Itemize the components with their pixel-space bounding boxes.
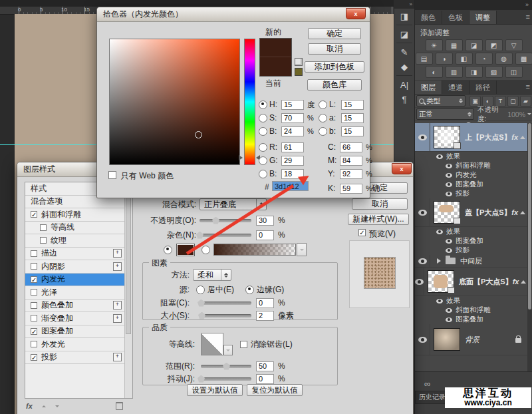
contour-picker-arrow-icon[interactable] <box>223 345 233 355</box>
effect-item-row[interactable]: 斜面和浮雕 <box>415 161 527 170</box>
tab-paths[interactable]: 路径 <box>469 81 497 94</box>
layer-thumbnail[interactable] <box>434 201 460 224</box>
expand-plus-icon[interactable]: + <box>113 249 122 258</box>
visibility-toggle[interactable] <box>415 198 430 226</box>
effect-item-row[interactable]: 投影 <box>415 189 527 198</box>
jitter-slider[interactable] <box>201 377 251 381</box>
collapse-panels-button[interactable]: » <box>415 0 532 10</box>
effect-item-row[interactable]: 图案叠加 <box>415 315 527 324</box>
move-up-icon[interactable] <box>42 405 46 407</box>
filter-shape-layers-icon[interactable]: ▢ <box>507 96 519 106</box>
color-field-cursor[interactable] <box>195 131 202 138</box>
style-item-内阴影[interactable]: 内阴影+ <box>25 260 132 274</box>
selective-color-icon[interactable]: ◫ <box>505 66 523 78</box>
value-field[interactable]: 59 <box>340 184 362 194</box>
slider-thumb[interactable] <box>212 217 219 224</box>
slider-thumb[interactable] <box>198 375 205 383</box>
checkbox-icon[interactable]: ✓ <box>31 354 37 361</box>
solid-color-radio[interactable] <box>164 246 172 254</box>
levels-icon[interactable]: ▦ <box>446 39 463 51</box>
effects-header-row[interactable]: 效果 <box>415 152 527 161</box>
style-item-外发光[interactable]: 外发光 <box>25 338 132 351</box>
vibrance-icon[interactable]: ▽ <box>505 39 523 51</box>
style-item-描边[interactable]: 描边+ <box>25 248 132 261</box>
expand-plus-icon[interactable]: + <box>113 262 122 271</box>
checkbox-icon[interactable]: ✓ <box>31 276 37 283</box>
expand-panels-button[interactable]: » <box>394 0 414 9</box>
saturation-brightness-field[interactable] <box>109 39 240 165</box>
value-field[interactable]: 24 <box>281 126 304 136</box>
layer-row[interactable]: 上【P大点S】fx <box>415 123 527 152</box>
glow-color-swatch[interactable] <box>176 244 195 256</box>
layer-group-row[interactable]: 中间层 <box>415 255 527 268</box>
brush-presets-panel-icon[interactable]: ◆ <box>394 59 414 74</box>
style-item-图案叠加[interactable]: ✓图案叠加 <box>25 325 132 339</box>
radio-icon[interactable] <box>319 127 327 136</box>
antialias-checkbox[interactable] <box>240 341 247 348</box>
visibility-eye-icon[interactable] <box>436 230 443 234</box>
styles-panel-icon[interactable]: ◪ <box>394 27 414 41</box>
expand-group-icon[interactable] <box>437 258 441 264</box>
fx-badge-icon[interactable]: fx <box>511 208 518 216</box>
style-item-投影[interactable]: ✓投影+ <box>25 351 132 365</box>
visibility-eye-icon[interactable] <box>446 182 452 187</box>
invert-icon[interactable]: ◐ <box>426 66 443 78</box>
value-field[interactable]: 18 <box>281 169 304 179</box>
contour-thumbnail[interactable] <box>201 333 223 355</box>
style-item-颜色叠加[interactable]: 颜色叠加+ <box>25 300 132 313</box>
checkbox-icon[interactable] <box>31 263 37 270</box>
brush-panel-icon[interactable]: ✎ <box>394 45 414 59</box>
brightness-contrast-icon[interactable]: ☀ <box>426 39 443 51</box>
cancel-button[interactable]: 取消 <box>352 198 408 210</box>
method-select[interactable]: 柔和 <box>193 269 231 281</box>
link-layers-icon[interactable]: ∞ <box>424 379 430 389</box>
radio-icon[interactable] <box>259 156 267 165</box>
visibility-toggle[interactable] <box>415 268 424 296</box>
black-white-icon[interactable]: ◧ <box>456 53 473 65</box>
checkbox-icon[interactable] <box>40 237 47 244</box>
visibility-eye-icon[interactable] <box>436 154 443 159</box>
layer-row[interactable]: 盖【P大点S】fx <box>415 198 527 227</box>
visibility-eye-icon[interactable] <box>446 192 452 196</box>
radio-icon[interactable] <box>319 114 327 122</box>
checkbox-icon[interactable] <box>31 315 37 321</box>
fx-icon[interactable]: fx <box>26 402 33 410</box>
tab-channels[interactable]: 通道 <box>442 81 469 94</box>
preview-checkbox[interactable]: ✓ <box>358 229 366 236</box>
visibility-eye-icon[interactable] <box>446 308 452 313</box>
panel-menu-icon[interactable]: ≡ <box>526 83 530 91</box>
visibility-toggle[interactable] <box>415 324 430 355</box>
effect-item-row[interactable]: 图案叠加 <box>415 180 527 189</box>
value-field[interactable]: 84 <box>340 156 362 166</box>
value-field[interactable]: 70 <box>281 113 304 123</box>
visibility-eye-icon[interactable] <box>436 299 443 304</box>
effects-header-row[interactable]: 效果 <box>415 296 527 306</box>
style-item-内发光[interactable]: ✓内发光 <box>25 274 132 287</box>
radio-icon[interactable] <box>319 101 327 109</box>
radio-icon[interactable] <box>259 101 267 109</box>
threshold-icon[interactable]: ◨ <box>466 66 483 78</box>
style-item-纹理[interactable]: 纹理 <box>25 234 132 248</box>
channel-mixer-icon[interactable]: ◍ <box>495 53 513 65</box>
close-icon[interactable]: x <box>346 8 366 19</box>
opacity-field[interactable]: 30 <box>256 216 274 226</box>
radio-icon[interactable] <box>259 143 267 152</box>
jitter-field[interactable]: 0 <box>256 374 274 384</box>
effect-item-row[interactable]: 内发光 <box>415 170 527 180</box>
fx-badge-icon[interactable]: fx <box>511 133 518 141</box>
tab-color[interactable]: 颜色 <box>415 11 442 24</box>
style-list-scrollbar[interactable] <box>124 182 132 398</box>
tab-layers[interactable]: 图层 <box>415 81 442 94</box>
expand-plus-icon[interactable]: + <box>113 353 122 361</box>
dropdown-arrow-icon[interactable] <box>527 113 531 115</box>
radio-icon[interactable] <box>259 127 267 136</box>
radio-icon[interactable] <box>259 170 267 178</box>
size-slider[interactable] <box>201 314 251 317</box>
checkbox-icon[interactable] <box>31 302 37 309</box>
layers-scrollbar[interactable] <box>527 123 532 371</box>
exposure-icon[interactable]: ◩ <box>485 39 503 51</box>
photo-filter-icon[interactable]: ◔ <box>475 53 493 65</box>
visibility-toggle[interactable] <box>415 255 430 267</box>
collapse-effects-icon[interactable] <box>520 136 525 139</box>
collapse-effects-icon[interactable] <box>520 211 525 214</box>
